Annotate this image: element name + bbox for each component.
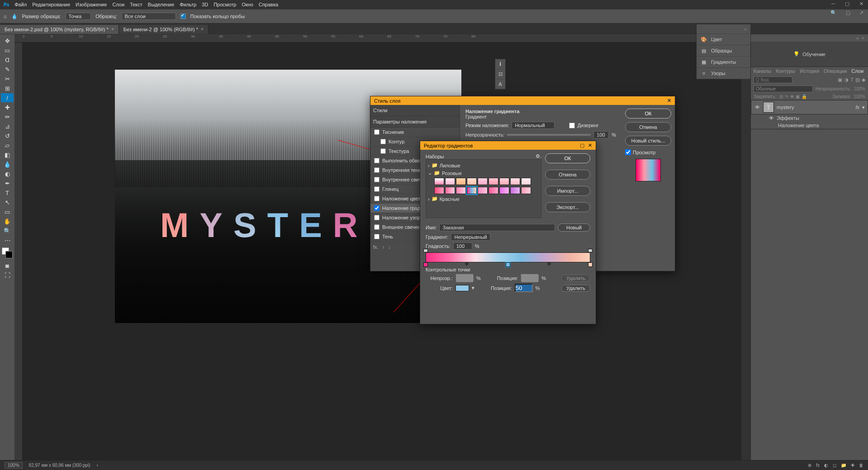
history-brush-tool[interactable]: ↺ [1,131,14,140]
ok-button[interactable]: ОК [625,109,671,119]
preset-swatch[interactable] [499,178,509,185]
share-icon[interactable]: ↗ [858,9,865,17]
tab-close-icon[interactable]: × [111,27,114,32]
tab-actions[interactable]: Операции [824,68,847,74]
preset-group[interactable]: ›📁Красные [428,195,539,203]
path-tool[interactable]: ↖ [1,198,14,207]
style-checkbox[interactable] [374,167,379,173]
tab-layers[interactable]: Слои [851,68,863,74]
style-item[interactable]: Тиснение [370,128,460,137]
menu-file[interactable]: Файл [14,2,27,7]
panel-patterns[interactable]: ⌗ Узоры [697,68,750,79]
opacity-stop[interactable] [423,249,428,252]
tab-channels[interactable]: Каналы [754,68,771,74]
menu-layer[interactable]: Слои [112,2,124,7]
show-ring-checkbox[interactable] [180,14,186,19]
tab-history[interactable]: История [800,68,819,74]
opacity-value[interactable]: 100 [593,131,609,138]
search-icon[interactable]: 🔍 [829,9,839,17]
color-swatch[interactable] [455,285,469,291]
status-icon[interactable]: fx [816,463,820,468]
close-icon[interactable]: ✕ [667,98,671,104]
preset-swatch[interactable] [489,178,498,185]
panel-color[interactable]: 🎨 Цвет [697,34,750,45]
status-icon[interactable]: ◻ [833,463,836,468]
fx-icon[interactable]: fx. [373,244,379,250]
preset-swatch[interactable] [478,178,488,185]
down-icon[interactable]: ↓ [388,244,391,250]
maximize-icon[interactable]: ▢ [842,1,852,7]
lasso-tool[interactable]: ᗡ [1,55,14,64]
marquee-tool[interactable]: ▭ [1,46,14,55]
status-icon[interactable]: 🗑 [859,463,863,468]
blend-mode-select[interactable]: Обычные [754,85,813,92]
opacity-stop[interactable] [588,249,593,252]
style-checkbox[interactable] [374,129,379,135]
opacity-slider[interactable] [507,134,591,136]
up-icon[interactable]: ↑ [382,244,385,250]
panel-close-icon[interactable]: × [862,35,864,41]
preset-swatch[interactable] [445,187,455,194]
eyedropper-icon[interactable]: 💧 [11,14,18,19]
gradient-type-select[interactable]: Непрерывный [451,233,490,241]
menu-select[interactable]: Выделение [148,2,174,7]
preset-swatch[interactable] [434,187,444,194]
quickselect-tool[interactable]: ✎ [1,65,14,74]
preview-checkbox[interactable] [625,149,631,155]
midpoint[interactable] [465,262,469,266]
collapse-icon[interactable]: » [856,35,859,41]
more-tools[interactable]: ⋯ [1,236,14,245]
import-button[interactable]: Импорт... [545,186,590,196]
cancel-button[interactable]: Отмена [625,122,671,132]
lock-icon[interactable]: 🔒 [802,94,807,99]
style-checkbox[interactable] [374,177,379,182]
filter-icon[interactable]: ◆ [862,77,865,83]
visibility-toggle[interactable]: 👁 [769,115,774,121]
preset-swatch[interactable] [510,187,520,194]
dodge-tool[interactable]: ◐ [1,169,14,178]
frame-tool[interactable]: ⊞ [1,84,14,93]
zoom-tool[interactable]: 🔍 [1,226,14,235]
fg-bg-colors[interactable] [2,247,13,258]
color-pos-input[interactable] [515,284,533,292]
midpoint[interactable] [547,262,551,266]
lock-icon[interactable]: ⊞ [779,94,783,99]
blend-mode-select[interactable]: Нормальный [512,122,554,129]
style-checkbox[interactable] [374,205,379,211]
panel-swatches[interactable]: ▤ Образцы [697,45,750,57]
filter-icon[interactable]: ▨ [855,77,860,83]
collapsed-panel-icon[interactable]: ⊡ [495,69,505,79]
layer-row-mystery[interactable]: 👁 T mystery fx ▾ [751,100,868,114]
quickmask-tool[interactable]: ◙ [1,261,14,270]
style-checkbox[interactable] [374,158,379,163]
preset-swatch[interactable] [478,187,488,194]
delete-color-stop-button[interactable]: Удалить [561,285,590,292]
export-button[interactable]: Экспорт... [545,202,590,212]
gradient-name-input[interactable] [439,224,555,231]
move-tool[interactable]: ✥ [1,36,14,45]
hand-tool[interactable]: ✋ [1,217,14,226]
gear-icon[interactable]: ⚙. [536,153,541,159]
preset-swatch[interactable] [456,178,466,185]
status-icon[interactable]: ◐ [824,463,828,468]
tab-learn[interactable]: 💡 Обучение [751,42,868,66]
preset-swatch[interactable] [489,187,498,194]
screenmode-tool[interactable]: ⛶ [1,271,14,280]
preset-swatch[interactable] [510,178,520,185]
preset-swatch[interactable] [521,178,531,185]
style-checkbox[interactable] [380,139,386,144]
gradient-bar[interactable] [426,252,590,262]
menu-window[interactable]: Окно [242,2,253,7]
heal-tool[interactable]: ✚ [1,103,14,112]
dither-checkbox[interactable] [569,123,575,128]
preset-swatch[interactable] [521,187,531,194]
preset-swatch[interactable] [499,187,509,194]
visibility-toggle[interactable]: 👁 [754,104,760,110]
home-icon[interactable]: ⌂ [4,14,7,19]
ok-button[interactable]: ОК [545,153,590,163]
menu-text[interactable]: Текст [130,2,142,7]
layer-effect-coloroverlay[interactable]: Наложение цвета [751,122,868,129]
style-checkbox[interactable] [374,215,379,220]
preset-swatch[interactable] [467,178,477,185]
style-checkbox[interactable] [380,148,386,154]
